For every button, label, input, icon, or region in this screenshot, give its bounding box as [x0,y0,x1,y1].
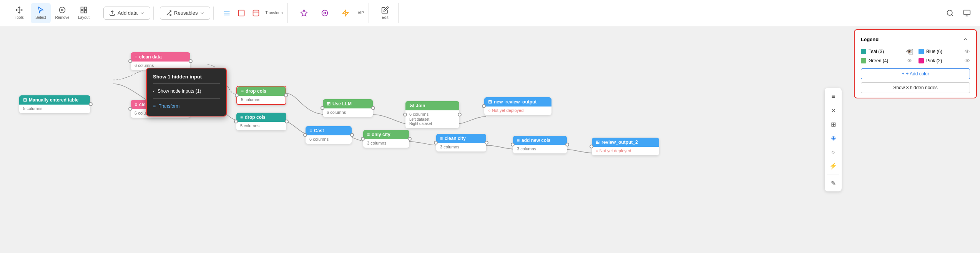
add-data-button[interactable]: Add data [103,7,150,20]
transform-btn-2[interactable] [234,3,248,23]
only-city-node[interactable]: ≡ only city 3 columns [363,130,409,148]
svg-rect-5 [81,7,83,10]
node-header: ≡ drop cols [237,87,286,96]
legend-item-green: Green (4) 👁 [861,58,912,64]
input-port[interactable] [234,120,238,123]
join-node[interactable]: ⋈ Join 6 columns Left dataset Right data… [405,101,459,128]
input-port[interactable] [361,137,365,141]
legend-item-pink: Pink (2) 👁 [919,58,970,64]
remove-tool-button[interactable]: Remove [52,3,72,23]
node-header: ≡ drop cols [236,113,286,122]
node-body: ○ Not yet deployed [592,147,659,155]
show-node-inputs-item[interactable]: ‹ Show node inputs (1) [153,87,220,95]
layout-tool-button[interactable]: Layout [74,3,94,23]
edit-btn[interactable]: Edit [375,3,395,23]
v-btn-4[interactable]: ⊕ [827,132,839,144]
transform-label: Transform [264,11,284,15]
add-new-cols-node[interactable]: ≡ add new cols 3 columns [513,136,567,153]
transform-btn-3[interactable] [249,3,263,23]
search-button[interactable] [943,6,957,20]
input-port[interactable] [235,93,239,97]
blue-color-box [919,49,924,54]
edit-group: Edit [372,3,399,23]
input-port[interactable] [303,133,307,137]
output-port[interactable] [408,137,412,141]
aip-btn-2[interactable] [315,3,335,23]
svg-rect-8 [85,11,87,13]
v-btn-7[interactable]: ✎ [827,177,839,189]
output-port[interactable] [89,102,93,106]
legend-collapse-button[interactable] [961,35,970,44]
node-icon: ⊞ [596,140,600,145]
node-header: ≡ clean data [131,52,190,62]
node-header: ≡ Cast [306,126,352,135]
review-output-2-node[interactable]: ⊞ review_output_2 ○ Not yet deployed [592,138,659,155]
svg-point-19 [322,10,327,16]
hidden-nodes-label: Show 3 hidden nodes [893,85,937,90]
add-color-button[interactable]: + + Add color [861,68,970,79]
v-btn-5[interactable]: ⟐ [827,146,839,158]
remove-label: Remove [55,15,69,20]
aip-btn-1[interactable] [294,3,314,23]
canvas[interactable]: ⊞ Manually entered table 5 columns ≡ cle… [0,26,980,253]
blue-eye-icon[interactable]: 👁 [965,48,970,55]
select-tool-button[interactable]: Select [31,3,51,23]
transform-item[interactable]: ≡ Transform [153,102,220,110]
v-btn-2[interactable]: ⨯ [827,104,839,117]
input-port[interactable] [482,104,486,108]
node-icon: ⊞ [327,101,331,107]
node-header: ⊞ Use LLM [323,99,373,108]
show-hidden-input-popup: Show 1 hidden input ‹ Show node inputs (… [146,68,227,117]
view-button[interactable] [960,6,974,20]
output-port[interactable] [565,143,569,146]
green-label: Green (4) [869,58,888,63]
output-port[interactable] [371,106,375,110]
chevron-left-icon: ‹ [153,88,154,94]
legend-title: Legend [861,37,879,42]
new-review-output-node[interactable]: ⊞ new_review_output ○ Not yet deployed [484,97,551,115]
output-port[interactable] [284,93,288,97]
input-port[interactable] [434,141,438,145]
aip-label: AIP [356,11,365,15]
popup-title: Show 1 hidden input [153,74,220,80]
node-icon: ≡ [367,132,370,137]
node-icon: ≡ [135,54,137,60]
clean-city-node[interactable]: ≡ clean city 3 columns [436,134,486,151]
v-btn-1[interactable]: ≡ [827,90,839,103]
vertical-toolbar: ≡ ⨯ ⊞ ⊕ ⟐ ⚡ ✎ [825,88,842,191]
input-port[interactable] [128,59,132,63]
node-body: ○ Not yet deployed [484,107,551,115]
show-hidden-nodes-button[interactable]: Show 3 hidden nodes [861,82,970,93]
legend-panel: Legend Teal (3) 👁️⃣ Blue (6) 👁 [854,29,977,98]
drop-cols-2-node[interactable]: ≡ drop cols 5 columns [236,113,286,130]
input-port[interactable] [321,106,324,110]
output-port[interactable] [285,120,289,123]
green-eye-icon[interactable]: 👁 [907,58,912,64]
input-port[interactable] [511,143,515,146]
v-btn-6[interactable]: ⚡ [827,160,839,172]
use-llm-node[interactable]: ⊞ Use LLM 6 columns [323,99,373,117]
input-port[interactable] [403,113,407,117]
output-port[interactable] [458,113,462,117]
reusables-button[interactable]: Reusables [160,7,210,20]
manually-entered-table-node[interactable]: ⊞ Manually entered table 5 columns [19,95,90,113]
transform-group: Transform [217,3,287,23]
teal-color-box [861,49,866,54]
aip-btn-3[interactable] [336,3,355,23]
teal-eye-icon[interactable]: 👁️⃣ [906,48,912,55]
drop-cols-1-node[interactable]: ≡ drop cols 5 columns [236,86,286,105]
v-btn-3[interactable]: ⊞ [827,118,839,130]
output-port[interactable] [350,133,354,137]
transform-btn-1[interactable] [220,3,234,23]
node-body: 3 columns [436,143,486,151]
input-port[interactable] [128,107,132,111]
cast-node[interactable]: ≡ Cast 6 columns [306,126,352,144]
svg-line-23 [952,14,953,16]
output-port[interactable] [485,141,488,145]
output-port[interactable] [189,59,193,63]
teal-label: Teal (3) [869,49,884,54]
move-tool-button[interactable]: Tools [9,3,29,23]
node-body: 3 columns [513,145,567,153]
pink-eye-icon[interactable]: 👁 [965,58,970,64]
input-port[interactable] [590,145,593,148]
